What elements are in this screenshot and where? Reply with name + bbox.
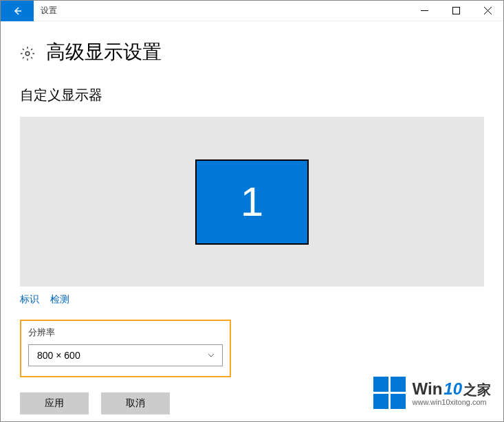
identify-link[interactable]: 标识 bbox=[20, 293, 39, 306]
detect-link[interactable]: 检测 bbox=[50, 293, 69, 306]
maximize-icon bbox=[452, 7, 460, 14]
svg-rect-1 bbox=[452, 8, 459, 14]
monitor-tile-1[interactable]: 1 bbox=[195, 159, 309, 245]
page-header: 高级显示设置 bbox=[20, 39, 484, 65]
watermark-win: Win bbox=[413, 379, 443, 399]
monitor-number: 1 bbox=[241, 178, 263, 225]
close-button[interactable] bbox=[472, 1, 503, 21]
maximize-button[interactable] bbox=[440, 1, 472, 21]
monitor-links: 标识 检测 bbox=[20, 293, 484, 306]
titlebar: 设置 bbox=[1, 1, 503, 21]
svg-point-4 bbox=[25, 52, 30, 56]
content-area: 高级显示设置 自定义显示器 1 标识 检测 分辨率 800 × 600 应用 取… bbox=[1, 39, 503, 414]
cancel-button[interactable]: 取消 bbox=[101, 392, 170, 414]
arrow-left-icon bbox=[12, 5, 23, 16]
page-title: 高级显示设置 bbox=[46, 39, 162, 65]
watermark-url: www.win10xitong.com bbox=[413, 398, 491, 406]
watermark-home: 之家 bbox=[463, 381, 491, 399]
gear-icon bbox=[20, 46, 35, 61]
close-icon bbox=[484, 7, 492, 14]
resolution-highlight-box: 分辨率 800 × 600 bbox=[20, 320, 231, 377]
watermark-10: 10 bbox=[443, 379, 462, 399]
monitor-identification-panel: 1 bbox=[20, 117, 484, 287]
watermark: Win 10 之家 www.win10xitong.com bbox=[373, 377, 491, 409]
apply-button[interactable]: 应用 bbox=[20, 392, 89, 414]
watermark-text: Win 10 之家 www.win10xitong.com bbox=[413, 379, 491, 406]
resolution-selected-value: 800 × 600 bbox=[37, 350, 80, 361]
window-controls bbox=[408, 1, 503, 21]
window-title: 设置 bbox=[41, 5, 57, 16]
minimize-button[interactable] bbox=[408, 1, 440, 21]
back-button[interactable] bbox=[1, 1, 34, 21]
minimize-icon bbox=[421, 7, 428, 14]
section-customize-title: 自定义显示器 bbox=[20, 86, 484, 104]
chevron-down-icon bbox=[207, 351, 215, 359]
windows-logo-icon bbox=[373, 377, 406, 409]
resolution-dropdown[interactable]: 800 × 600 bbox=[28, 344, 223, 366]
resolution-label: 分辨率 bbox=[28, 326, 223, 339]
